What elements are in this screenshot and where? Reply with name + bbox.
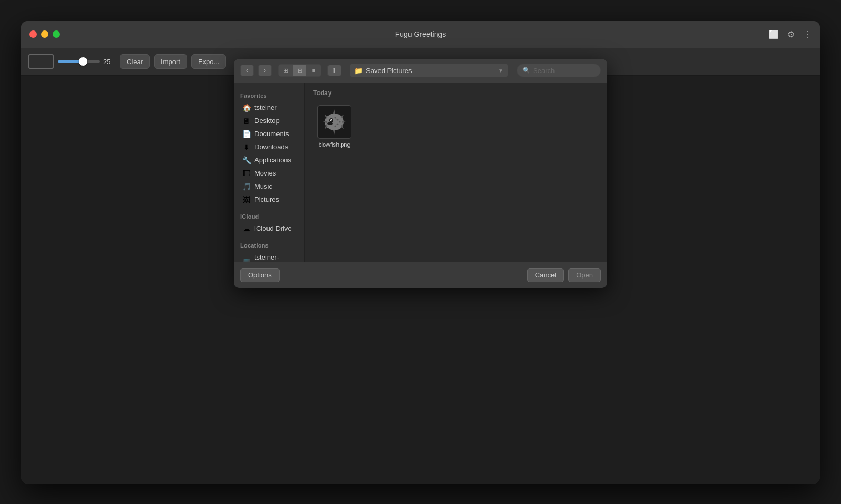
home-icon: 🏠 xyxy=(242,104,251,112)
sidebar: Favorites 🏠 tsteiner 🖥 Desktop 📄 Documen… xyxy=(234,83,305,262)
svg-point-18 xyxy=(335,125,336,127)
slider-value: 25 xyxy=(103,58,116,66)
sidebar-label-documents: Documents xyxy=(254,130,289,138)
puzzle-icon[interactable]: ⚙ xyxy=(787,29,795,39)
sidebar-label-applications: Applications xyxy=(254,156,291,164)
close-button[interactable] xyxy=(29,30,37,38)
traffic-lights xyxy=(29,30,60,38)
dialog-footer: Options Cancel Open xyxy=(234,262,607,288)
view-selector: ⊞ ⊟ ≡ xyxy=(278,64,321,77)
file-open-dialog: ‹ › ⊞ ⊟ ≡ ⬆ 📁 Saved Pictures ▼ 🔍 xyxy=(234,59,607,288)
file-item-blowfish[interactable]: blowfish.png xyxy=(313,102,355,151)
icon-view-button[interactable]: ⊞ xyxy=(279,65,292,76)
sidebar-item-documents[interactable]: 📄 Documents xyxy=(236,128,302,140)
sidebar-label-pictures: Pictures xyxy=(254,196,279,203)
svg-point-13 xyxy=(327,122,333,125)
svg-point-14 xyxy=(337,119,339,120)
sidebar-item-icloud-drive[interactable]: ☁ iCloud Drive xyxy=(236,222,302,235)
desktop-icon: 🖥 xyxy=(242,117,251,125)
sidebar-item-applications[interactable]: 🔧 Applications xyxy=(236,154,302,167)
svg-point-15 xyxy=(339,121,341,122)
search-input[interactable] xyxy=(533,67,595,75)
locations-header: Locations xyxy=(234,238,304,251)
svg-point-17 xyxy=(335,117,336,118)
location-selector[interactable]: 📁 Saved Pictures ▼ xyxy=(350,64,508,77)
chevron-icon: ▼ xyxy=(498,68,504,74)
sidebar-item-macbook[interactable]: 💻 tsteiner-macb... xyxy=(236,251,302,262)
sidebar-label-tsteiner: tsteiner xyxy=(254,104,277,111)
search-icon: 🔍 xyxy=(522,67,530,74)
open-button[interactable]: Open xyxy=(568,268,601,282)
svg-point-16 xyxy=(337,123,339,125)
footer-buttons: Cancel Open xyxy=(527,268,601,282)
sidebar-label-movies: Movies xyxy=(254,169,276,177)
search-box[interactable]: 🔍 xyxy=(517,64,601,77)
brush-size-slider-container: 25 xyxy=(58,58,116,66)
back-button[interactable]: ‹ xyxy=(240,65,254,76)
clear-button[interactable]: Clear xyxy=(120,54,150,69)
applications-icon: 🔧 xyxy=(242,156,251,164)
document-icon[interactable]: ⬜ xyxy=(768,29,779,39)
canvas-preview xyxy=(28,54,54,69)
pictures-icon: 🖼 xyxy=(242,196,251,204)
sidebar-item-downloads[interactable]: ⬇ Downloads xyxy=(236,141,302,153)
cancel-button[interactable]: Cancel xyxy=(527,268,564,282)
mac-window: Fugu Greetings ⬜ ⚙ ⋮ 25 Clear Import Exp… xyxy=(21,21,820,484)
grid-view-button[interactable]: ⊟ xyxy=(293,65,306,76)
file-area: Today xyxy=(305,83,607,262)
sidebar-item-pictures[interactable]: 🖼 Pictures xyxy=(236,193,302,206)
file-name: blowfish.png xyxy=(318,141,350,148)
file-thumbnail xyxy=(317,105,351,139)
music-icon: 🎵 xyxy=(242,182,251,191)
import-button[interactable]: Import xyxy=(154,54,187,69)
forward-button[interactable]: › xyxy=(258,65,272,76)
sidebar-label-desktop: Desktop xyxy=(254,117,280,125)
sidebar-item-tsteiner[interactable]: 🏠 tsteiner xyxy=(236,101,302,114)
icloud-header: iCloud xyxy=(234,209,304,222)
sidebar-label-music: Music xyxy=(254,182,272,190)
file-grid: blowfish.png xyxy=(313,102,599,151)
sidebar-label-icloud: iCloud Drive xyxy=(254,224,292,232)
downloads-icon: ⬇ xyxy=(242,143,251,151)
slider-thumb xyxy=(79,57,87,66)
brush-size-slider[interactable] xyxy=(58,60,100,63)
sidebar-item-movies[interactable]: 🎞 Movies xyxy=(236,167,302,180)
location-label: Saved Pictures xyxy=(366,67,495,75)
dialog-toolbar: ‹ › ⊞ ⊟ ≡ ⬆ 📁 Saved Pictures ▼ 🔍 xyxy=(234,59,607,83)
share-button[interactable]: ⬆ xyxy=(327,65,341,76)
computer-icon: 💻 xyxy=(242,257,251,262)
export-button[interactable]: Expo... xyxy=(191,54,226,69)
more-icon[interactable]: ⋮ xyxy=(803,29,812,39)
minimize-button[interactable] xyxy=(41,30,48,38)
window-title: Fugu Greetings xyxy=(395,30,446,38)
title-bar-actions: ⬜ ⚙ ⋮ xyxy=(768,29,812,39)
maximize-button[interactable] xyxy=(53,30,60,38)
icloud-icon: ☁ xyxy=(242,224,251,233)
movies-icon: 🎞 xyxy=(242,169,251,178)
svg-point-12 xyxy=(331,120,332,121)
options-button[interactable]: Options xyxy=(240,268,280,282)
title-bar: Fugu Greetings ⬜ ⚙ ⋮ xyxy=(21,21,820,48)
svg-point-1 xyxy=(325,114,344,130)
sidebar-label-macbook: tsteiner-macb... xyxy=(254,253,296,262)
sidebar-label-downloads: Downloads xyxy=(254,143,288,151)
file-section-today: Today xyxy=(313,89,599,97)
sidebar-item-music[interactable]: 🎵 Music xyxy=(236,180,302,193)
documents-icon: 📄 xyxy=(242,130,251,138)
list-view-button[interactable]: ≡ xyxy=(307,65,321,76)
dialog-body: Favorites 🏠 tsteiner 🖥 Desktop 📄 Documen… xyxy=(234,83,607,262)
folder-icon: 📁 xyxy=(354,67,363,75)
favorites-header: Favorites xyxy=(234,88,304,101)
sidebar-item-desktop[interactable]: 🖥 Desktop xyxy=(236,115,302,127)
